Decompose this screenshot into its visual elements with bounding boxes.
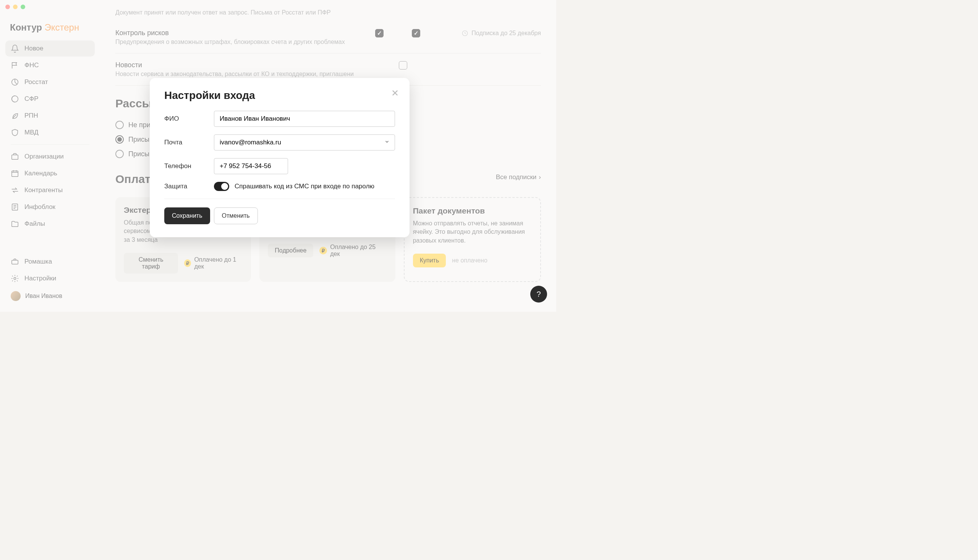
- protect-row: Защита Спрашивать код из СМС при входе п…: [164, 182, 395, 191]
- email-label: Почта: [164, 139, 210, 146]
- help-button[interactable]: ?: [530, 286, 547, 303]
- phone-label: Телефон: [164, 162, 210, 170]
- sms-toggle[interactable]: [214, 182, 229, 191]
- fio-label: ФИО: [164, 115, 210, 123]
- close-icon[interactable]: ✕: [390, 88, 400, 98]
- phone-input[interactable]: [214, 158, 288, 174]
- protect-label: Защита: [164, 183, 210, 190]
- modal-title: Настройки входа: [164, 89, 395, 102]
- save-button[interactable]: Сохранить: [164, 207, 210, 224]
- fio-row: ФИО: [164, 111, 395, 127]
- modal-divider: [164, 198, 395, 199]
- email-row: Почта: [164, 135, 395, 150]
- cancel-button[interactable]: Отменить: [214, 207, 258, 224]
- phone-row: Телефон: [164, 158, 395, 174]
- toggle-label: Спрашивать код из СМС при входе по парол…: [235, 183, 374, 190]
- login-settings-modal: Настройки входа ✕ ФИО Почта Телефон Защи…: [150, 78, 410, 237]
- email-select[interactable]: [214, 135, 395, 150]
- fio-input[interactable]: [214, 111, 395, 127]
